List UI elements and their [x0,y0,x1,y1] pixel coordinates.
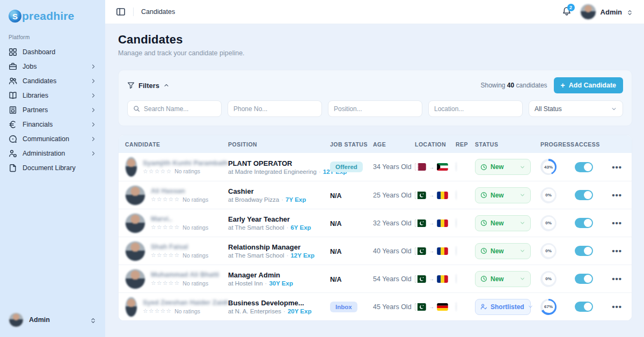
sidebar-item-dashboard[interactable]: Dashboard [0,45,105,59]
column-header-status: STATUS [475,141,540,148]
user-menu[interactable]: Admin [580,4,633,20]
sidebar-item-administration[interactable]: Administration [0,146,105,160]
filter-input-field[interactable] [144,105,216,113]
column-header-job-status: JOB STATUS [330,141,373,148]
candidate-cell[interactable]: Muhammad Ali Bhatti ☆☆☆☆☆ No ratings [125,269,228,289]
candidate-rating: ☆☆☆☆☆ No ratings [151,252,208,259]
age-cell: 25 Years Old [373,192,415,199]
filters-label: Filters [138,82,159,90]
sidebar-item-label: Dashboard [23,48,97,56]
status-dropdown[interactable]: New [475,159,531,175]
add-candidate-button[interactable]: + Add Candidate [554,77,623,93]
chevron-down-icon [611,106,617,112]
romania-flag-icon [437,275,448,283]
position-title: Cashier [228,187,330,195]
no-ratings-label: No ratings [182,224,208,231]
status-cell: New [475,215,540,231]
sidebar-item-jobs[interactable]: Jobs [0,59,105,74]
filter-input-field[interactable] [233,105,316,113]
row-actions-menu[interactable]: ••• [606,302,625,311]
job-status-text: N/A [330,220,342,228]
page-subtitle: Manage and track your candidate pipeline… [118,49,632,57]
user-check-icon [480,303,487,310]
candidate-cell[interactable]: Ali Hassan ☆☆☆☆☆ No ratings [125,185,228,206]
sidebar-toggle-icon[interactable] [116,7,126,17]
clock-icon [480,247,487,254]
candidate-cell[interactable]: Syed Zeeshan Haider Zaidi ☆☆☆☆☆ No ratin… [125,297,228,317]
romania-flag-icon [437,247,448,255]
progress-ring: 43% [540,159,557,175]
clock-icon [480,192,487,199]
access-toggle[interactable] [575,190,593,200]
sidebar-item-label: Candidates [23,77,85,85]
job-status-cell: N/A [330,218,373,228]
job-status-cell: N/A [330,246,373,256]
pakistan-flag-icon [415,303,426,311]
status-dropdown[interactable]: New [475,187,531,203]
rep-avatar [456,302,457,312]
filter-input-position [328,100,422,117]
access-toggle[interactable] [575,162,593,172]
briefcase-icon [9,62,17,71]
filter-input-field[interactable] [334,105,416,113]
experience-label: 20Y Exp [288,308,312,314]
candidate-avatar [125,157,137,177]
user-menu-label: Admin [601,8,622,16]
chevron-down-icon [519,220,525,226]
chevron-right-icon [90,121,97,128]
filters-panel: Filters Showing 40 candidates + Add Cand… [118,70,632,126]
clock-icon [480,275,487,282]
access-toggle[interactable] [575,246,593,256]
access-toggle[interactable] [575,218,593,228]
toggle-knob [584,303,592,311]
filters-collapse-button[interactable]: Filters [127,82,170,90]
rep-avatar [456,190,457,200]
sidebar: S preadhire Platform DashboardJobsCandid… [0,0,105,337]
romania-flag-icon [437,192,448,199]
sidebar-item-libraries[interactable]: Libraries [0,88,105,102]
row-actions-menu[interactable]: ••• [606,274,625,283]
sidebar-item-candidates[interactable]: Candidates [0,74,105,88]
candidate-cell[interactable]: Marvi.. ☆☆☆☆☆ No ratings [125,213,228,233]
row-actions-menu[interactable]: ••• [606,246,625,255]
sidebar-item-communication[interactable]: Communication [0,131,105,146]
column-header-rep: REP [456,141,475,148]
sidebar-item-document-library[interactable]: Document Library [0,160,105,175]
access-toggle[interactable] [575,274,593,284]
filter-input-location [428,100,523,117]
candidate-cell[interactable]: Shah Faisal ☆☆☆☆☆ No ratings [125,241,228,261]
status-dropdown[interactable]: New [475,215,531,231]
status-dropdown[interactable]: Shortlisted [475,299,531,315]
sidebar-footer-user[interactable]: Admin [0,309,105,331]
candidate-cell[interactable]: Syamjith Kunhi Parambath ☆☆☆☆☆ No rating… [125,157,228,177]
position-company: at Broadway Pizza·7Y Exp [228,196,330,203]
sidebar-item-financials[interactable]: Financials [0,117,105,131]
access-cell [575,302,606,312]
status-filter-select[interactable]: All Status [529,100,623,117]
row-actions-menu[interactable]: ••• [606,191,625,200]
sidebar-item-label: Document Library [23,164,97,172]
access-cell [575,218,606,228]
toggle-knob [584,275,592,283]
row-actions-menu[interactable]: ••• [606,163,625,172]
chevron-right-icon [90,150,97,157]
avatar [9,312,24,327]
row-actions-menu[interactable]: ••• [606,218,625,228]
rep-cell [456,246,475,256]
status-dropdown[interactable]: New [475,243,531,259]
page-content: Candidates Manage and track your candida… [105,24,644,337]
filter-input-field[interactable] [434,105,517,113]
access-toggle[interactable] [575,302,593,312]
sidebar-item-label: Partners [23,106,85,114]
brand-logo[interactable]: S preadhire [0,8,105,32]
status-dropdown[interactable]: New [475,271,531,287]
candidate-rating: ☆☆☆☆☆ No ratings [151,280,219,287]
star-rating-icons: ☆☆☆☆☆ [143,168,172,175]
position-title: Manager Admin [228,271,330,279]
arrow-right-icon: → [429,276,434,282]
location-cell: → [415,163,456,171]
notification-bell-icon[interactable]: 2 [562,6,573,17]
experience-label: 7Y Exp [286,196,306,203]
job-status-text: N/A [330,192,342,200]
sidebar-item-partners[interactable]: Partners [0,102,105,117]
